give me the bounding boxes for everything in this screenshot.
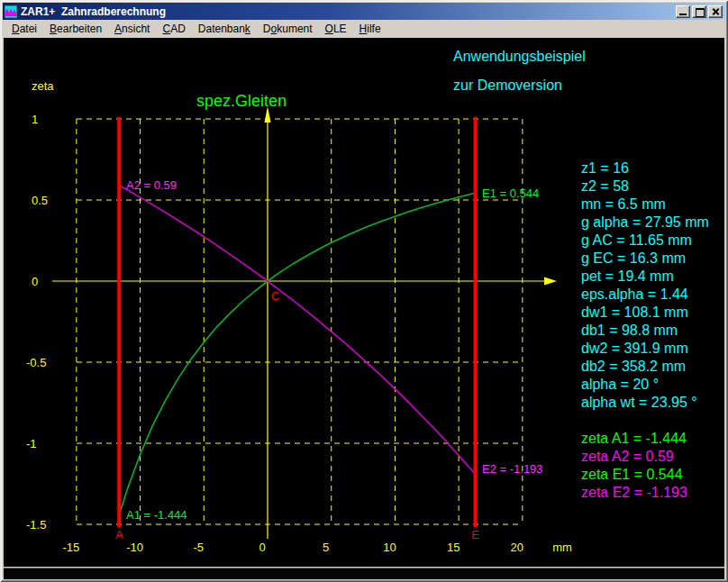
zeta-value-line: zeta A2 = 0.59 [581,448,687,466]
x-tick-label-10: 10 [383,541,396,554]
title-bar: ZAR1+ Zahnradberechnung [3,3,725,20]
parameter-line: db1 = 98.8 mm [581,322,709,340]
close-button[interactable] [708,5,723,18]
parameter-line: z1 = 16 [581,159,709,177]
parameter-line: g AC = 11.65 mm [581,232,709,250]
curve-start-label-zeta2: A2 = 0.59 [126,178,177,192]
menu-item-dokument[interactable]: Dokument [257,21,319,37]
menu-item-datenbank[interactable]: Datenbank [192,21,257,37]
y-tick-label--1: -1 [26,437,37,450]
maximize-icon [696,8,705,17]
menu-item-bearbeiten[interactable]: Bearbeiten [43,21,108,37]
parameter-line: g alpha = 27.95 mm [581,214,709,232]
x-tick-label-0: 0 [259,541,265,554]
chart-canvas: AEA1 = -1.444E1 = 0.544A2 = 0.59E2 = -1.… [4,38,724,567]
x-axis-arrow-icon [544,277,557,286]
y-axis-title: zeta [32,79,54,93]
menu-item-cad[interactable]: CAD [156,21,191,37]
parameter-line: g EC = 16.3 mm [581,250,709,268]
curve-zeta1 [119,193,475,515]
parameter-line: alpha wt = 23.95 ° [581,394,709,412]
x-tick-label--15: -15 [62,541,79,554]
parameter-line: dw2 = 391.9 mm [581,340,709,358]
app-window: ZAR1+ Zahnradberechnung DateiBearbeitenA… [0,0,728,582]
parameter-line: eps.alpha = 1.44 [581,286,709,304]
x-axis-unit-label: mm [552,541,572,554]
chart-title: spez.Gleiten [196,92,287,111]
marker-label-E: E [471,528,479,541]
annotation-line-2: zur Demoversion [453,77,562,94]
y-tick-label--0.5: -0.5 [26,356,46,369]
y-tick-label-1: 1 [32,113,38,126]
parameter-line: mn = 6.5 mm [581,196,709,214]
zeta-value-line: zeta E2 = -1.193 [581,484,687,502]
menu-item-datei[interactable]: Datei [5,21,43,37]
menu-item-hilfe[interactable]: Hilfe [353,21,387,37]
y-tick-label-0.5: 0.5 [32,194,48,207]
parameter-line: alpha = 20 ° [581,376,709,394]
curve-end-label-zeta1: E1 = 0.544 [482,186,539,200]
zeta-value-line: zeta E1 = 0.544 [581,466,687,484]
x-tick-label--10: -10 [126,541,143,554]
y-tick-label-0: 0 [32,275,38,288]
menu-item-ole[interactable]: OLE [319,21,353,37]
zeta-value-line: zeta A1 = -1.444 [581,430,687,448]
curve-start-label-zeta1: A1 = -1.444 [126,508,187,522]
curve-zeta2 [119,186,475,475]
y-tick-label--1.5: -1.5 [26,518,46,532]
x-tick-label-15: 15 [447,541,460,554]
parameter-line: pet = 19.4 mm [581,268,709,286]
status-bar: 04/30/2014 S+T - HEXAGON ZAR1+ V22.1 #03… [4,568,724,579]
parameter-line: db2 = 358.2 mm [581,358,709,376]
gear-parameters-panel: z1 = 16z2 = 58mn = 6.5 mmg alpha = 27.95… [581,159,709,412]
curve-end-label-zeta2: E2 = -1.193 [482,462,543,476]
menu-item-ansicht[interactable]: Ansicht [108,21,156,37]
minimize-icon [679,14,687,15]
app-icon [5,5,17,18]
x-tick-label-5: 5 [323,541,329,554]
zeta-results-panel: zeta A1 = -1.444zeta A2 = 0.59zeta E1 = … [581,430,687,502]
x-tick-label--5: -5 [194,541,205,554]
status-text: 04/30/2014 S+T - HEXAGON ZAR1+ V22.1 #03… [37,578,367,579]
pitch-point-label: C [271,289,279,303]
menu-bar: DateiBearbeitenAnsichtCADDatenbankDokume… [3,20,728,37]
window-title: ZAR1+ Zahnradberechnung [21,5,676,18]
minimize-button[interactable] [676,5,690,18]
marker-label-A: A [115,528,123,541]
maximize-button[interactable] [692,5,706,18]
annotation-line-1: Anwendungsbeispiel [453,49,586,65]
x-tick-label-20: 20 [511,541,523,554]
parameter-line: dw1 = 108.1 mm [581,304,709,322]
window-controls [676,5,723,18]
parameter-line: z2 = 58 [581,177,709,196]
